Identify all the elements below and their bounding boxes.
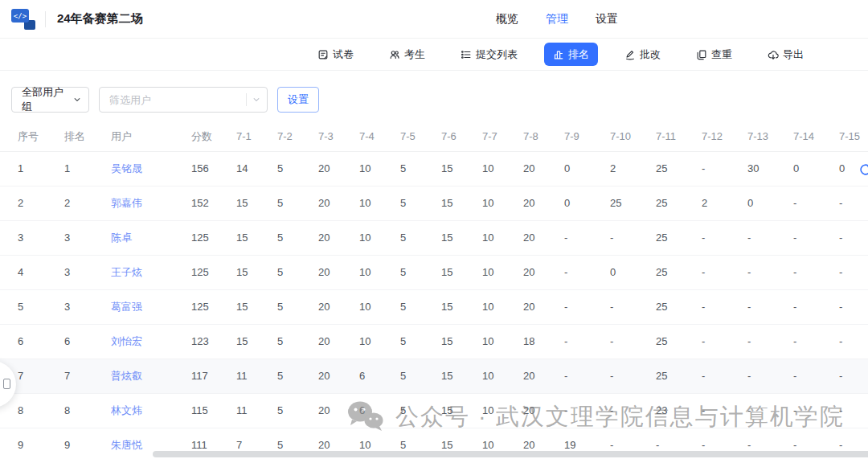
- column-header-7-8: 7-8: [523, 122, 564, 151]
- score-cell: 6: [359, 393, 400, 428]
- score-cell: -: [839, 393, 868, 428]
- settings-button[interactable]: 设置: [277, 87, 319, 113]
- score-cell: 5: [277, 220, 318, 255]
- score-cell: 1: [64, 151, 111, 186]
- filter-user-input[interactable]: [109, 94, 243, 106]
- score-cell: 6: [359, 359, 400, 393]
- score-cell: 15: [236, 289, 277, 324]
- score-cell: -: [564, 255, 610, 289]
- score-cell: -: [793, 393, 839, 428]
- tab-查重[interactable]: 查重: [687, 43, 741, 66]
- column-header-分数: 分数: [191, 122, 236, 151]
- tab-bar: 试卷考生提交列表排名批改查重导出: [0, 39, 868, 71]
- score-cell: 15: [441, 324, 482, 359]
- score-cell: 5: [0, 289, 64, 324]
- score-cell: 5: [400, 393, 441, 428]
- tab-label: 查重: [711, 47, 732, 62]
- score-cell: 117: [191, 359, 236, 393]
- chevron-down-icon[interactable]: [252, 92, 260, 107]
- user-link[interactable]: 王子炫: [111, 266, 142, 278]
- user-group-select[interactable]: 全部用户组: [11, 87, 89, 113]
- nav-item-3[interactable]: 设置: [596, 12, 618, 27]
- tab-考生[interactable]: 考生: [380, 43, 434, 66]
- user-link[interactable]: 林文炜: [111, 404, 142, 416]
- tab-导出[interactable]: 导出: [759, 43, 813, 66]
- score-cell: -: [793, 359, 839, 393]
- nav-item-2[interactable]: 管理: [546, 12, 568, 27]
- score-cell: -: [747, 289, 793, 324]
- tab-label: 排名: [568, 47, 589, 62]
- nav-item-1[interactable]: 概览: [496, 12, 518, 27]
- score-cell: 15: [441, 255, 482, 289]
- column-header-7-14: 7-14: [793, 122, 839, 151]
- user-link[interactable]: 郭嘉伟: [111, 197, 142, 209]
- score-cell: 3: [0, 220, 64, 255]
- score-cell: -: [839, 289, 868, 324]
- score-cell: -: [747, 393, 793, 428]
- score-cell: 1: [0, 151, 64, 186]
- score-cell: -: [747, 255, 793, 289]
- refresh-icon[interactable]: [858, 162, 868, 180]
- user-link[interactable]: 朱唐悦: [111, 439, 142, 451]
- score-cell: 18: [523, 324, 564, 359]
- score-cell: 0: [747, 186, 793, 220]
- column-header-排名: 排名: [64, 122, 111, 151]
- score-cell: -: [793, 186, 839, 220]
- score-cell: 2: [610, 151, 656, 186]
- score-cell: -: [610, 324, 656, 359]
- table-row: 22郭嘉伟152155201051510200252520--: [0, 186, 868, 220]
- score-cell: 9: [0, 428, 64, 459]
- score-cell: 5: [400, 220, 441, 255]
- user-cell: 郭嘉伟: [111, 186, 191, 220]
- score-cell: 10: [482, 359, 523, 393]
- table-row: 66刘怡宏12315520105151018--25----: [0, 324, 868, 359]
- tab-label: 试卷: [333, 47, 354, 62]
- score-cell: 25: [656, 151, 702, 186]
- tab-排名[interactable]: 排名: [544, 43, 598, 66]
- score-cell: 10: [482, 289, 523, 324]
- score-cell: -: [564, 220, 610, 255]
- score-cell: 5: [277, 359, 318, 393]
- user-link[interactable]: 吴铭晟: [111, 162, 142, 174]
- column-header-7-15: 7-15: [839, 122, 868, 151]
- tab-试卷[interactable]: 试卷: [309, 43, 362, 66]
- horizontal-scrollbar[interactable]: [153, 451, 868, 457]
- column-header-7-7: 7-7: [482, 122, 523, 151]
- score-cell: 20: [318, 289, 359, 324]
- exam-paper-icon: [317, 49, 329, 60]
- tab-批改[interactable]: 批改: [616, 43, 669, 66]
- user-cell: 葛富强: [111, 289, 191, 324]
- filter-bar: 全部用户组 设置: [0, 71, 868, 113]
- score-cell: -: [564, 393, 610, 428]
- tab-提交列表[interactable]: 提交列表: [452, 43, 526, 66]
- score-cell: -: [839, 220, 868, 255]
- score-cell: 25: [656, 220, 702, 255]
- score-cell: 20: [523, 255, 564, 289]
- export-icon: [768, 49, 779, 60]
- score-cell: -: [793, 289, 839, 324]
- ranking-table: 序号排名用户分数7-17-27-37-47-57-67-77-87-97-107…: [0, 122, 868, 459]
- user-link[interactable]: 葛富强: [111, 301, 142, 313]
- user-link[interactable]: 陈卓: [111, 232, 132, 244]
- user-link[interactable]: 普炫叡: [111, 370, 142, 382]
- score-cell: 0: [610, 255, 656, 289]
- score-cell: -: [793, 255, 839, 289]
- score-cell: -: [747, 359, 793, 393]
- table-row: 53葛富强12515520105151020--25----: [0, 289, 868, 324]
- score-cell: 20: [523, 220, 564, 255]
- score-cell: 25: [656, 289, 702, 324]
- score-cell: 125: [191, 289, 236, 324]
- score-cell: 0: [564, 186, 610, 220]
- score-cell: -: [702, 359, 747, 393]
- score-cell: 5: [400, 289, 441, 324]
- score-cell: -: [564, 359, 610, 393]
- score-cell: 20: [523, 393, 564, 428]
- score-cell: 25: [656, 186, 702, 220]
- score-cell: 5: [277, 324, 318, 359]
- score-cell: 20: [318, 151, 359, 186]
- user-link[interactable]: 刘怡宏: [111, 335, 142, 347]
- score-cell: 9: [64, 428, 111, 459]
- score-cell: 15: [236, 186, 277, 220]
- score-cell: -: [610, 393, 656, 428]
- score-cell: 5: [277, 393, 318, 428]
